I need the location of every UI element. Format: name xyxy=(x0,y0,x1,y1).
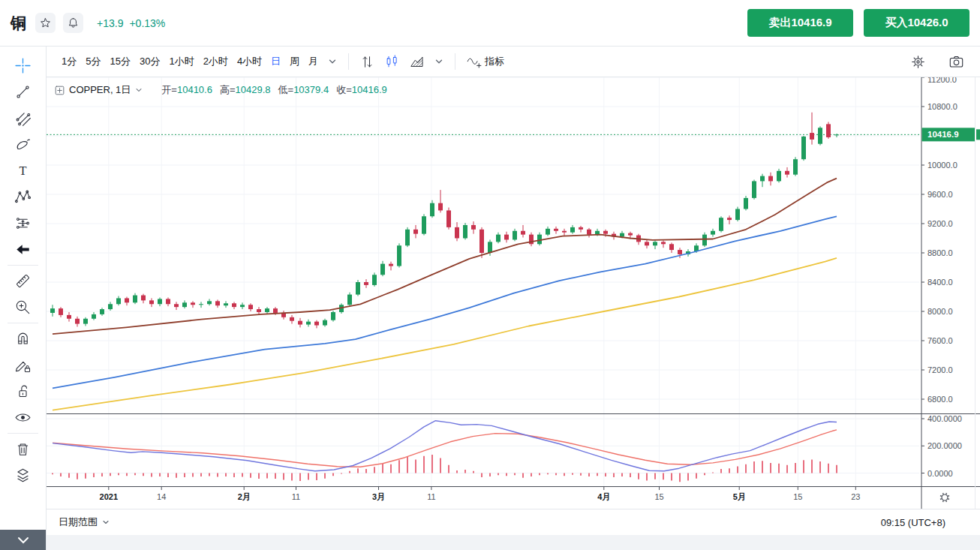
timeframe-30分[interactable]: 30分 xyxy=(135,52,164,71)
arrow-left-icon xyxy=(14,241,32,258)
price-chart[interactable]: 11200.010800.010000.09600.09200.08800.08… xyxy=(47,77,980,509)
bottom-strip xyxy=(47,535,980,550)
text-icon: T xyxy=(14,162,32,179)
tool-text[interactable]: T xyxy=(0,158,46,184)
svg-text:400.0000: 400.0000 xyxy=(927,414,962,423)
legend-ohlc-item: 低=10379.4 xyxy=(278,83,329,97)
star-icon xyxy=(39,17,52,29)
zoom-in-icon xyxy=(14,299,32,316)
legend-ohlc-item: 开=10410.6 xyxy=(161,83,212,97)
svg-text:3月: 3月 xyxy=(372,492,385,501)
svg-text:200.0000: 200.0000 xyxy=(927,441,962,450)
tool-arrow-marker[interactable] xyxy=(0,236,46,263)
svg-text:8000.0: 8000.0 xyxy=(927,307,953,316)
price-change-percent: +0.13% xyxy=(129,17,165,29)
app-body: T 1分5分15分30分1小时2小时4小时日周月 指标 xyxy=(0,47,980,550)
timeframe-月[interactable]: 月 xyxy=(304,52,323,71)
tool-brush[interactable] xyxy=(0,131,46,158)
chevron-down-icon xyxy=(101,518,110,527)
svg-text:11: 11 xyxy=(292,492,300,501)
chart-settings-button[interactable] xyxy=(905,51,931,73)
svg-text:9200.0: 9200.0 xyxy=(927,219,953,228)
timezone-clock[interactable]: 09:15 (UTC+8) xyxy=(881,517,945,528)
svg-text:11: 11 xyxy=(427,492,435,501)
toolbar-vertical-separator xyxy=(455,53,455,70)
svg-text:4月: 4月 xyxy=(597,492,610,501)
tool-hide-drawings[interactable] xyxy=(0,404,46,431)
svg-text:8400.0: 8400.0 xyxy=(927,278,953,287)
chevron-down-icon xyxy=(327,56,338,67)
camera-icon xyxy=(948,53,965,71)
favorite-button[interactable] xyxy=(35,13,56,33)
tool-drawing-lock[interactable] xyxy=(0,352,46,378)
layers-icon xyxy=(14,467,32,484)
xabcd-pattern-icon xyxy=(14,188,32,206)
legend-ohlc-item: 收=10416.9 xyxy=(336,83,387,97)
tool-projection[interactable] xyxy=(0,210,46,236)
chart-canvas: COPPER, 1日 开=10410.6高=10429.8低=10379.4收=… xyxy=(47,77,980,509)
chart-style-more-button[interactable] xyxy=(429,54,449,69)
tool-pitchfork[interactable] xyxy=(0,105,46,131)
svg-text:10800.0: 10800.0 xyxy=(927,102,957,111)
tool-object-tree[interactable] xyxy=(0,462,46,488)
chart-toolbar: 1分5分15分30分1小时2小时4小时日周月 指标 xyxy=(47,47,980,77)
timeframe-more-button[interactable] xyxy=(323,54,342,69)
trend-line-icon xyxy=(14,83,32,101)
tool-measure-ruler[interactable] xyxy=(0,268,46,294)
toolbar-vertical-separator xyxy=(348,53,349,70)
bell-icon xyxy=(67,17,80,29)
chart-footer: 日期范围 09:15 (UTC+8) xyxy=(47,509,980,535)
unlock-icon xyxy=(14,383,32,400)
timeframe-5分[interactable]: 5分 xyxy=(81,52,105,71)
legend-ohlc-values: 开=10410.6高=10429.8低=10379.4收=10416.9 xyxy=(161,83,394,97)
timeframe-1小时[interactable]: 1小时 xyxy=(164,52,198,71)
chevron-down-icon xyxy=(134,86,143,95)
tool-trend-line[interactable] xyxy=(0,79,46,105)
date-range-button[interactable]: 日期范围 xyxy=(59,515,110,529)
snapshot-button[interactable] xyxy=(943,51,969,73)
trash-icon xyxy=(14,440,32,458)
indicators-button[interactable]: 指标 xyxy=(461,52,509,72)
chart-style-area-button[interactable] xyxy=(404,52,429,72)
gear-icon xyxy=(909,53,927,71)
area-style-icon xyxy=(409,54,425,70)
svg-text:5月: 5月 xyxy=(733,492,746,501)
legend-symbol-label: COPPER, 1日 xyxy=(69,83,131,97)
bars-style-icon xyxy=(359,54,375,70)
projection-icon xyxy=(14,215,32,232)
timeframe-15分[interactable]: 15分 xyxy=(105,52,134,71)
svg-text:9600.0: 9600.0 xyxy=(927,190,953,199)
legend-ohlc-item: 高=10429.8 xyxy=(220,83,271,97)
timeframe-周[interactable]: 周 xyxy=(285,52,304,71)
tool-magnet[interactable] xyxy=(0,326,46,352)
svg-text:23: 23 xyxy=(851,492,860,501)
timeframe-日[interactable]: 日 xyxy=(266,52,285,71)
svg-text:11200.0: 11200.0 xyxy=(927,77,957,84)
tool-crosshair[interactable] xyxy=(0,53,46,79)
legend-symbol-button[interactable]: COPPER, 1日 xyxy=(54,83,143,97)
chart-style-candles-button[interactable] xyxy=(380,52,404,72)
tool-lock-all[interactable] xyxy=(0,378,46,404)
toolbar-right-group xyxy=(905,47,969,77)
svg-text:10416.9: 10416.9 xyxy=(927,130,959,139)
timeframe-1分[interactable]: 1分 xyxy=(57,52,81,71)
svg-text:7600.0: 7600.0 xyxy=(927,336,953,345)
sell-button[interactable]: 卖出10416.9 xyxy=(747,9,853,37)
buy-button[interactable]: 买入10426.0 xyxy=(864,9,969,37)
candles-style-icon xyxy=(384,54,400,70)
expand-box-icon xyxy=(54,85,65,96)
timeframe-group: 1分5分15分30分1小时2小时4小时日周月 xyxy=(57,52,323,71)
timeframe-4小时[interactable]: 4小时 xyxy=(233,52,266,71)
svg-text:15: 15 xyxy=(654,492,663,501)
chart-style-bars-button[interactable] xyxy=(355,52,380,72)
timeframe-2小时[interactable]: 2小时 xyxy=(199,52,233,71)
tool-zoom-in[interactable] xyxy=(0,294,46,320)
symbol-title: 铜 xyxy=(11,13,26,34)
toolbar-separator xyxy=(8,433,38,434)
pitchfork-icon xyxy=(14,110,32,127)
tool-xabcd-pattern[interactable] xyxy=(0,184,46,210)
collapse-toolbar-button[interactable] xyxy=(0,530,46,550)
alert-button[interactable] xyxy=(63,13,83,33)
tool-remove-drawings[interactable] xyxy=(0,436,46,462)
chart-legend: COPPER, 1日 开=10410.6高=10429.8低=10379.4收=… xyxy=(54,83,395,97)
